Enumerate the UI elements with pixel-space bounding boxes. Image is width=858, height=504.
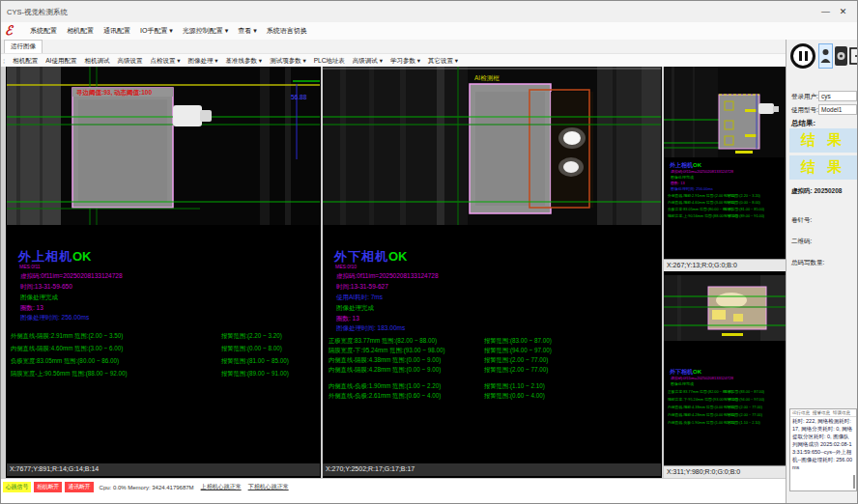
alarm-range: 报警范围:(83.00 ~ 87.00) <box>724 389 764 394</box>
mini-measure-row: 正极宽度:83.77mm 范围:(82.00 ~ 88.00)报警范围:(83.… <box>668 389 733 394</box>
total-result-label: 总结果: <box>791 119 815 128</box>
heartbeat-status-badge: 心跳信号 <box>3 482 31 492</box>
camera2-name: 外下相机 <box>334 249 388 264</box>
camera2-image[interactable]: AI检测框 <box>323 67 661 225</box>
login-user-value[interactable]: cys <box>818 91 857 101</box>
login-user-label: 登录用户: <box>791 93 818 101</box>
alarm-range: 报警范围:(1.10 ~ 2.10) <box>724 420 760 425</box>
pause-icon <box>799 51 802 61</box>
tool-advanced-settings[interactable]: 高级设置 <box>117 57 142 66</box>
ai-detect-box-label: AI检测框 <box>474 74 500 83</box>
alarm-range: 报警范围:(2.00 ~ 77.00) <box>484 356 548 365</box>
tool-image-processing[interactable]: 图像处理 ▾ <box>187 57 217 66</box>
model-value[interactable]: Model1 <box>818 104 857 115</box>
measure-left: 隔膜宽度-上:90.56mm 范围:(88.00 ~ 92.00) <box>11 370 128 377</box>
tool-advanced-debug[interactable]: 高级调试 ▾ <box>353 57 383 66</box>
logout-door-icon <box>849 46 858 66</box>
title-bar: CYS-视觉检测系统 — ✕ <box>1 1 858 22</box>
camera1-result-ok: OK <box>72 249 92 264</box>
menu-bar: ℰ 系统配置 相机配置 通讯配置 IO手配置 ▾ 光源控制配置 ▾ 查看 ▾ 系… <box>1 22 858 41</box>
menu-comm-config[interactable]: 通讯配置 <box>103 26 130 36</box>
menu-camera-config[interactable]: 相机配置 <box>67 26 94 36</box>
log-tab-error[interactable]: 错误信息 <box>833 410 850 415</box>
mini2-image[interactable] <box>664 275 786 341</box>
menu-language-switch[interactable]: 系统语言切换 <box>267 26 307 36</box>
tool-other-settings[interactable]: 其它设置 ▾ <box>428 57 458 66</box>
camera1-proc-time: 图像处理时间: 256.00ms <box>20 314 89 322</box>
camera1-image[interactable]: 寻边阈值:93, 动态阈值:100 56.88 <box>7 67 320 225</box>
camera1-name: 外上相机 <box>18 249 72 264</box>
side-panel: 登录用户: cys 使用型号: Model1 总结果: 结 果 结 果 虚拟码:… <box>786 40 858 504</box>
camera1-turns: 圈数: 13 <box>20 304 43 313</box>
exit-button[interactable] <box>849 46 858 66</box>
pause-button[interactable] <box>790 43 815 69</box>
lower-camera-heartbeat-link[interactable]: 下相机心跳正常 <box>248 483 289 491</box>
mini-measure-row: 内侧直线-隔膜:4.38mm 范围:(0.00 ~ 9.00)报警范围:(2.0… <box>668 405 735 409</box>
result-box-upper: 结 果 <box>789 128 857 153</box>
close-icon[interactable]: ✕ <box>836 6 850 18</box>
model-label: 使用型号: <box>791 106 818 115</box>
minimize-icon[interactable]: — <box>818 6 833 18</box>
measure-row: 隔膜宽度-下:95.24mm 范围:(93.00 ~ 98.00) 报警范围:(… <box>329 347 661 355</box>
window-title: CYS-视觉检测系统 <box>7 8 68 17</box>
virtual-code-label: 虚拟码: <box>791 187 813 194</box>
log-tab-run[interactable]: 运行信息 <box>792 410 810 415</box>
mini2-image-canvas <box>664 275 786 341</box>
mini1-name: 外上相机 <box>670 162 693 168</box>
alarm-range: 报警范围:(0.00 ~ 8.00) <box>724 200 760 205</box>
settings-button[interactable] <box>835 46 847 66</box>
alarm-range: 报警范围:(2.20 ~ 3.20) <box>221 332 282 341</box>
tool-camera-debug[interactable]: 相机调试 <box>84 57 109 66</box>
camera2-done: 图像处理完成 <box>336 304 374 313</box>
toolbar-grip-icon: ⁞ <box>3 57 5 66</box>
camera2-pixel-coords: X:270;Y:2502;R:17;G:17;B:17 <box>323 463 661 476</box>
measure-row: 负极宽度:83.05mm 范围:(80.00 ~ 86.00) 报警范围:(81… <box>11 357 320 366</box>
upper-camera-heartbeat-link[interactable]: 上相机心跳正常 <box>201 483 242 491</box>
left-edge-strip <box>1 67 6 478</box>
measure-row: 外侧直线-隔膜:2.91mm 范围:(2.00 ~ 3.50) 报警范围:(2.… <box>11 332 320 341</box>
camera1-panel: 寻边阈值:93, 动态阈值:100 56.88 外上相机OK MES:0f11 … <box>7 67 320 476</box>
measure-left: 负极宽度:83.05mm 范围:(80.00 ~ 86.00) <box>11 357 119 364</box>
measure-row: 隔膜宽度-上:90.56mm 范围:(88.00 ~ 92.00) 报警范围:(… <box>11 370 320 378</box>
toolbar: ⁞ 相机配置 AI使用配置 相机调试 高级设置 点检设置 ▾ 图像处理 ▾ 基准… <box>1 53 786 68</box>
measure-left: 外侧直线-负极:2.61mm 范围:(0.60 ~ 4.00) <box>329 392 441 399</box>
mini-measure-row: 内侧直线-隔膜:4.28mm 范围:(0.00 ~ 9.00)报警范围:(2.0… <box>668 412 735 417</box>
menu-io-config[interactable]: IO手配置 ▾ <box>140 26 173 36</box>
cpu-memory-status: Cpu: 0.0% Memory: 3424.4179687M <box>100 485 194 490</box>
tool-plc-address[interactable]: PLC地址表 <box>314 57 345 66</box>
status-bar: 心跳信号 相机断开 通讯断开 Cpu: 0.0% Memory: 3424.41… <box>1 478 786 504</box>
log-tabs: 运行信息 报警信息 错误信息 <box>790 409 856 417</box>
alarm-range: 报警范围:(2.00 ~ 77.00) <box>484 366 548 375</box>
tool-camera-config[interactable]: 相机配置 <box>13 57 38 66</box>
camera1-pixel-coords: X:7677;Y:891;R:14;G:14;B:14 <box>7 463 320 476</box>
mini-measure-row: 外侧直线-隔膜:2.91mm 范围:(2.00 ~ 3.50)报警范围:(2.2… <box>668 193 735 198</box>
log-scrollbar[interactable] <box>853 475 855 489</box>
login-user-button[interactable] <box>818 43 833 69</box>
menu-light-config[interactable]: 光源控制配置 ▾ <box>183 26 228 36</box>
mini1-image[interactable] <box>664 67 786 157</box>
qr-code-label: 二维码: <box>791 238 812 246</box>
camera2-ai-time: 使用AI耗时: 7ms <box>336 294 383 302</box>
mini2-done: 图像处理完成 <box>671 381 694 386</box>
alarm-range: 报警范围:(89.00 ~ 91.00) <box>724 213 764 218</box>
camera2-turns: 圈数: 13 <box>336 315 359 323</box>
tool-learning-params[interactable]: 学习参数 ▾ <box>390 57 420 66</box>
measure-left: 内侧直线-负极:1.90mm 范围:(1.00 ~ 2.20) <box>329 382 441 389</box>
camera1-image-canvas <box>7 67 320 225</box>
measure-left: 外侧直线-隔膜:2.91mm 范围:(2.00 ~ 3.50) <box>11 332 123 339</box>
measure-row: 外侧直线-负极:2.61mm 范围:(0.60 ~ 4.00) 报警范围:(0.… <box>329 392 661 401</box>
alarm-range: 报警范围:(1.10 ~ 2.10) <box>484 382 545 391</box>
alarm-range: 报警范围:(94.00 ~ 97.00) <box>724 397 764 402</box>
menu-system-config[interactable]: 系统配置 <box>30 26 57 36</box>
menu-view[interactable]: 查看 ▾ <box>238 26 256 36</box>
tool-test-params[interactable]: 测试项参数 ▾ <box>270 57 306 66</box>
camera2-time: 时间:13-31-59-627 <box>336 283 388 292</box>
camera2-image-canvas <box>323 67 661 225</box>
log-tab-alarm[interactable]: 报警信息 <box>813 410 830 415</box>
camera1-mes: MES:0f11 <box>19 264 41 269</box>
measure-row: 内侧直线-隔膜:4.60mm 范围:(3.00 ~ 6.00) 报警范围:(0.… <box>11 345 320 353</box>
tool-baseline-params[interactable]: 基准线参数 ▾ <box>226 57 263 66</box>
tool-ai-config[interactable]: AI使用配置 <box>45 57 76 66</box>
tool-spot-check[interactable]: 点检设置 ▾ <box>150 57 180 66</box>
write-count-label: 总码写数量: <box>791 259 824 267</box>
